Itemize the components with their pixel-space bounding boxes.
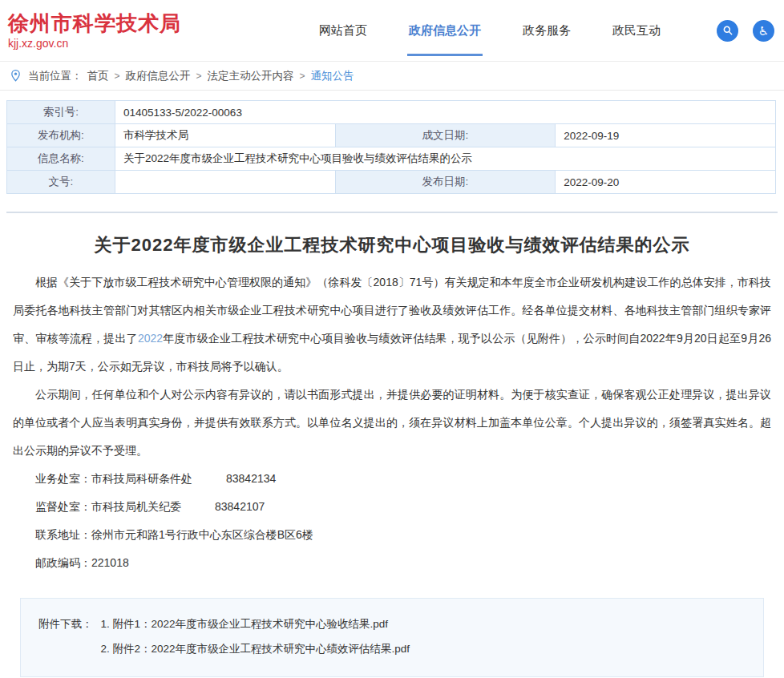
attachments-label: 附件下载：: [38, 615, 93, 659]
paragraph-1: 根据《关于下放市级工程技术研究中心管理权限的通知》（徐科发〔2018〕71号）有…: [13, 268, 771, 381]
breadcrumb-separator: >: [196, 71, 202, 82]
table-row: 发布机构: 市科学技术局 成文日期: 2022-09-19: [7, 124, 776, 147]
search-button[interactable]: [717, 20, 738, 42]
attachments-list: 1. 附件1：2022年度市级企业工程技术研究中心验收结果.pdf 2. 附件2…: [101, 615, 410, 659]
contact-label: 监督处室：: [35, 500, 91, 513]
main-nav: 网站首页 政府信息公开 政务服务 政民互动 ♿: [319, 20, 774, 42]
nav-item-home[interactable]: 网站首页: [319, 23, 367, 38]
nav-item-gov-info[interactable]: 政府信息公开: [409, 23, 481, 38]
article-body: 根据《关于下放市级工程技术研究中心管理权限的通知》（徐科发〔2018〕71号）有…: [13, 268, 771, 577]
accessibility-button[interactable]: ♿: [753, 20, 774, 42]
contact-value: 市科技局科研条件处: [91, 472, 192, 485]
publish-date-label: 发布日期:: [335, 171, 556, 194]
breadcrumb-item-home[interactable]: 首页: [87, 69, 109, 83]
contact-label: 联系地址：: [35, 528, 91, 541]
breadcrumb-item-statutory-disclosure[interactable]: 法定主动公开内容: [208, 69, 294, 83]
info-name-label: 信息名称:: [7, 147, 115, 171]
contact-business-office: 业务处室：市科技局科研条件处83842134: [35, 465, 771, 493]
breadcrumb-label: 当前位置：: [28, 69, 83, 83]
issuing-agency-label: 发布机构:: [7, 124, 115, 147]
attachment-link-1[interactable]: 1. 附件1：2022年度市级企业工程技术研究中心验收结果.pdf: [101, 615, 410, 634]
table-row: 文号: 发布日期: 2022-09-20: [7, 171, 776, 194]
document-info-table: 索引号: 01405133-5/2022-00063 发布机构: 市科学技术局 …: [6, 100, 776, 194]
contact-supervision-office: 监督处室：市科技局机关纪委83842107: [35, 493, 771, 521]
breadcrumb: 当前位置： 首页 > 政府信息公开 > 法定主动公开内容 > 通知公告: [0, 61, 784, 91]
article: 关于2022年度市级企业工程技术研究中心项目验收与绩效评估结果的公示 根据《关于…: [0, 233, 784, 577]
doc-number-value: [115, 171, 336, 194]
attachment-link-2[interactable]: 2. 附件2：2022年度市级企业工程技术研究中心绩效评估结果.pdf: [101, 640, 410, 659]
attachments-box: 附件下载： 1. 附件1：2022年度市级企业工程技术研究中心验收结果.pdf …: [20, 598, 764, 677]
written-date-label: 成文日期:: [335, 124, 556, 147]
info-name-value: 关于2022年度市级企业工程技术研究中心项目验收与绩效评估结果的公示: [115, 147, 776, 171]
publish-date-value: 2022-09-20: [556, 171, 776, 194]
contact-phone: 83842134: [226, 472, 276, 485]
highlighted-year: 2022: [138, 332, 163, 345]
contact-label: 邮政编码：: [35, 556, 91, 569]
index-number-value: 01405133-5/2022-00063: [115, 101, 776, 124]
doc-number-label: 文号:: [7, 171, 115, 194]
contact-label: 业务处室：: [35, 472, 91, 485]
contact-value: 徐州市元和路1号行政中心东区综合楼B区6楼: [91, 528, 313, 541]
index-number-label: 索引号:: [7, 101, 115, 124]
breadcrumb-separator: >: [115, 71, 120, 82]
contact-address: 联系地址：徐州市元和路1号行政中心东区综合楼B区6楼: [35, 521, 771, 549]
nav-item-interaction[interactable]: 政民互动: [612, 23, 661, 38]
location-pin-icon: [10, 69, 22, 83]
contact-postal-code: 邮政编码：221018: [35, 549, 771, 577]
site-header: 徐州市科学技术局 kjj.xz.gov.cn 网站首页 政府信息公开 政务服务 …: [0, 0, 784, 61]
contact-value: 221018: [91, 556, 129, 569]
site-url: kjj.xz.gov.cn: [8, 37, 181, 50]
section-divider: [6, 212, 778, 213]
written-date-value: 2022-09-19: [556, 124, 776, 147]
breadcrumb-separator: >: [300, 71, 305, 82]
breadcrumb-item-notices[interactable]: 通知公告: [311, 69, 354, 83]
table-row: 索引号: 01405133-5/2022-00063: [7, 101, 776, 124]
paragraph-2: 公示期间，任何单位和个人对公示内容有异议的，请以书面形式提出，并提供必要的证明材…: [13, 381, 771, 465]
nav-item-services[interactable]: 政务服务: [523, 23, 571, 38]
site-title: 徐州市科学技术局: [8, 11, 181, 35]
page-title: 关于2022年度市级企业工程技术研究中心项目验收与绩效评估结果的公示: [13, 233, 771, 257]
site-logo[interactable]: 徐州市科学技术局 kjj.xz.gov.cn: [8, 11, 181, 50]
issuing-agency-value: 市科学技术局: [115, 124, 336, 147]
breadcrumb-item-gov-info[interactable]: 政府信息公开: [126, 69, 191, 83]
contact-phone: 83842107: [215, 500, 265, 513]
contact-value: 市科技局机关纪委: [91, 500, 181, 513]
search-icon: [722, 25, 733, 36]
table-row: 信息名称: 关于2022年度市级企业工程技术研究中心项目验收与绩效评估结果的公示: [7, 147, 776, 171]
accessibility-icon: ♿: [758, 25, 769, 37]
